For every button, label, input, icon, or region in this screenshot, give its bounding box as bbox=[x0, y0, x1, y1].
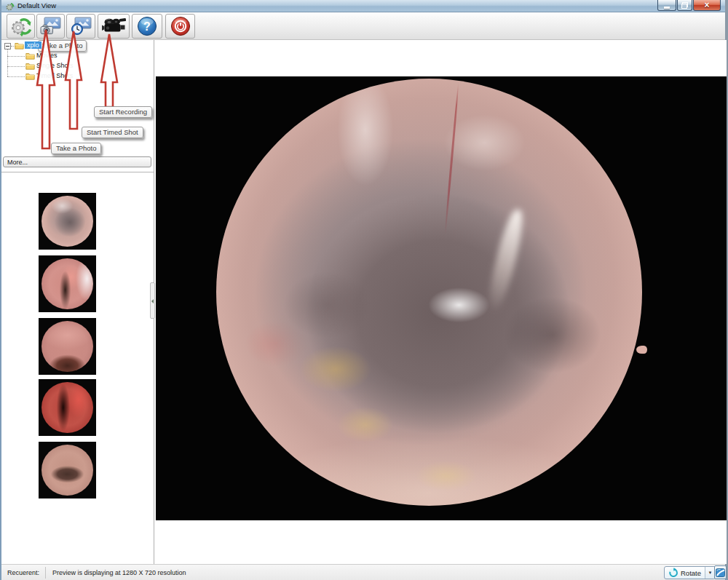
tree-item-timed-shots[interactable]: Timed Shots bbox=[36, 71, 73, 81]
folder-icon bbox=[25, 52, 35, 60]
take-photo-button[interactable] bbox=[36, 14, 65, 39]
tree-row-timed-shots[interactable]: Timed Shots bbox=[1, 71, 153, 81]
app-window: Default View × bbox=[0, 0, 728, 580]
clock-photo-icon bbox=[69, 16, 93, 36]
main-area bbox=[155, 40, 727, 564]
status-separator bbox=[45, 567, 46, 579]
status-bar: Recuerent: Preview is displaying at 1280… bbox=[1, 564, 725, 580]
close-button[interactable]: × bbox=[693, 0, 721, 11]
help-icon: ? bbox=[136, 16, 158, 36]
folder-icon bbox=[25, 72, 35, 80]
settings-button[interactable] bbox=[7, 14, 35, 39]
skin-nub-detail bbox=[636, 346, 647, 354]
rotate-button[interactable]: Rotate bbox=[665, 567, 705, 579]
status-message: Preview is displaying at 1280 X 720 reso… bbox=[52, 569, 186, 576]
more-button[interactable]: More... bbox=[3, 156, 151, 167]
thumbnail-nasal-passage[interactable] bbox=[39, 255, 96, 312]
toolbar: ? bbox=[1, 12, 725, 40]
timed-shot-button[interactable] bbox=[66, 14, 95, 39]
help-glyph: ? bbox=[143, 20, 151, 33]
tooltip-take-a-photo: Take a Photo bbox=[38, 40, 87, 52]
status-label: Recuerent: bbox=[7, 569, 39, 576]
annotation-start-timed-shot: Start Timed Shot bbox=[82, 127, 143, 138]
nasal-red-thumbnail-image bbox=[41, 382, 93, 433]
thumbnail-epiglottis[interactable] bbox=[39, 442, 96, 498]
thumbnail-throat[interactable] bbox=[39, 318, 96, 375]
rotate-dropdown-button[interactable]: ▼ bbox=[705, 567, 715, 579]
camera-photo-icon bbox=[39, 16, 63, 36]
window-title: Default View bbox=[17, 1, 56, 9]
folder-icon bbox=[25, 62, 35, 70]
live-preview-viewport bbox=[156, 76, 727, 520]
power-icon bbox=[170, 16, 191, 36]
rotate-control: Rotate ▼ bbox=[664, 566, 716, 579]
tree-row-movies[interactable]: Movies bbox=[1, 51, 153, 60]
epiglottis-thumbnail-image bbox=[41, 445, 93, 496]
caption-buttons: × bbox=[657, 0, 721, 11]
close-icon: × bbox=[704, 1, 709, 10]
chevron-down-icon: ▼ bbox=[708, 571, 713, 575]
help-button[interactable]: ? bbox=[132, 14, 162, 39]
throat-thumbnail-image bbox=[41, 321, 93, 372]
screen-icon bbox=[716, 568, 725, 577]
exit-button[interactable] bbox=[165, 14, 195, 39]
folder-icon bbox=[15, 41, 24, 49]
tree-item-movies[interactable]: Movies bbox=[36, 51, 58, 60]
display-mode-button[interactable] bbox=[714, 565, 727, 579]
restore-button[interactable] bbox=[677, 0, 692, 11]
tree-item-xplo[interactable]: xplo bbox=[25, 41, 41, 49]
tree-row-single-shots[interactable]: Single Shots bbox=[1, 61, 153, 71]
record-video-button[interactable] bbox=[98, 14, 130, 39]
otoscope-eardrum-image bbox=[216, 79, 642, 506]
minimize-button[interactable] bbox=[657, 0, 676, 11]
camcorder-icon bbox=[100, 16, 127, 36]
rotate-icon bbox=[668, 568, 678, 578]
restore-icon bbox=[681, 2, 688, 9]
annotation-start-recording: Start Recording bbox=[94, 106, 152, 118]
thumbnail-eardrum[interactable] bbox=[39, 193, 96, 250]
nasal-thumbnail-image bbox=[41, 258, 93, 309]
rotate-label: Rotate bbox=[681, 569, 701, 577]
thumbnail-nasal-red[interactable] bbox=[39, 379, 96, 436]
tree-item-single-shots[interactable]: Single Shots bbox=[36, 61, 74, 71]
panel-splitter-handle[interactable] bbox=[150, 282, 155, 319]
minimize-icon bbox=[664, 7, 670, 9]
annotation-take-a-photo: Take a Photo bbox=[51, 143, 101, 154]
gear-refresh-icon bbox=[9, 16, 33, 37]
eardrum-thumbnail-image bbox=[41, 196, 93, 247]
left-panel: xplo Movies Single Shots Timed Shots Mor… bbox=[1, 40, 154, 564]
collapse-expander-icon[interactable] bbox=[4, 43, 11, 49]
title-bar: Default View × bbox=[1, 0, 725, 12]
panel-divider bbox=[1, 172, 154, 172]
